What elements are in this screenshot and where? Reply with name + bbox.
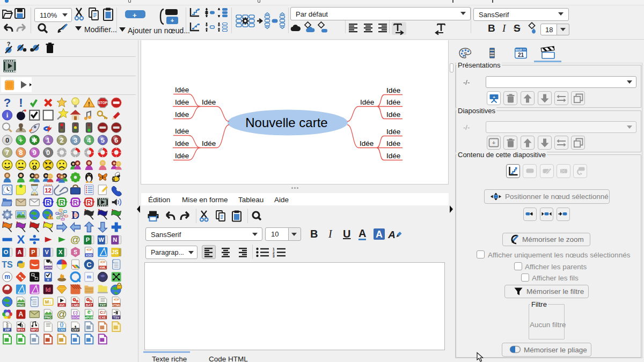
- svg-text:i: i: [6, 111, 9, 119]
- svg-text:R: R: [73, 198, 78, 206]
- svg-text:A: A: [387, 229, 397, 240]
- svg-text:A: A: [19, 311, 24, 318]
- svg-text:+: +: [171, 17, 174, 24]
- svg-text:AVI: AVI: [59, 303, 64, 307]
- svg-text:R: R: [86, 198, 92, 206]
- svg-text:M4A: M4A: [17, 328, 25, 331]
- svg-text:+: +: [492, 139, 495, 146]
- svg-text:JSON: JSON: [71, 315, 80, 319]
- svg-text:PNG: PNG: [17, 303, 25, 307]
- svg-text:V: V: [45, 249, 49, 255]
- svg-text:TS: TS: [2, 260, 13, 269]
- svg-text:?: ?: [7, 41, 11, 47]
- svg-text:BAT: BAT: [86, 303, 92, 307]
- svg-text:21: 21: [518, 52, 524, 58]
- svg-text:?: ?: [4, 96, 11, 109]
- svg-text:PNG: PNG: [45, 315, 52, 319]
- svg-text:CMD: CMD: [71, 303, 79, 307]
- svg-text:W: W: [99, 237, 105, 243]
- svg-text:X: X: [17, 233, 25, 246]
- svg-text:Idée: Idée: [175, 139, 189, 147]
- svg-text:!: !: [49, 215, 51, 219]
- svg-text:3: 3: [273, 254, 275, 258]
- svg-text:N: N: [113, 237, 117, 243]
- svg-text:P: P: [86, 237, 90, 243]
- svg-text:0: 0: [5, 136, 9, 144]
- svg-text:XSD: XSD: [86, 253, 93, 257]
- svg-text:Idée: Idée: [386, 128, 400, 136]
- svg-text:!: !: [19, 96, 23, 109]
- svg-text:O: O: [4, 249, 9, 255]
- svg-text:@: @: [70, 234, 80, 245]
- svg-text:TXT: TXT: [99, 303, 106, 307]
- svg-text:EXE: EXE: [99, 315, 106, 319]
- svg-text:Idée: Idée: [175, 127, 189, 135]
- svg-text:!: !: [88, 101, 90, 107]
- svg-text:0: 0: [46, 149, 50, 157]
- svg-text:MP3: MP3: [31, 328, 38, 331]
- svg-text:+: +: [493, 95, 495, 100]
- svg-text:Idée: Idée: [386, 139, 400, 147]
- svg-text:A: A: [17, 249, 21, 255]
- svg-text:<>: <>: [86, 247, 92, 252]
- svg-text:M↓: M↓: [45, 299, 52, 305]
- svg-text:Idée: Idée: [386, 86, 400, 94]
- svg-text:MAR: MAR: [515, 48, 522, 51]
- svg-text:2: 2: [60, 136, 63, 144]
- svg-text:Idée: Idée: [175, 98, 189, 106]
- svg-text:TSV: TSV: [113, 315, 120, 319]
- svg-text:Idée: Idée: [386, 110, 400, 119]
- svg-text:P: P: [31, 249, 35, 255]
- svg-text:Idée: Idée: [360, 139, 374, 147]
- svg-text:CSS: CSS: [58, 328, 65, 331]
- svg-text:Idée: Idée: [175, 110, 189, 119]
- svg-text:+: +: [19, 136, 23, 144]
- svg-text:✱: ✱: [32, 136, 38, 144]
- svg-text:9: 9: [33, 149, 36, 157]
- svg-text:Idée: Idée: [175, 152, 189, 160]
- svg-text:HTML: HTML: [112, 303, 121, 307]
- svg-text:{:}: {:}: [73, 310, 78, 315]
- svg-text:m: m: [4, 273, 10, 280]
- svg-text:Idée: Idée: [386, 98, 400, 106]
- svg-text:<>: <>: [100, 260, 106, 264]
- svg-text:Idée: Idée: [202, 139, 216, 147]
- svg-text:Idée: Idée: [175, 86, 189, 94]
- svg-text:ePUB: ePUB: [85, 315, 94, 319]
- svg-text:Nouvelle carte: Nouvelle carte: [245, 115, 327, 130]
- svg-text:JS: JS: [111, 249, 118, 255]
- svg-text:STOP: STOP: [98, 101, 108, 105]
- svg-text:R: R: [46, 198, 51, 206]
- svg-text:C:/: C:/: [100, 310, 106, 315]
- svg-text:4: 4: [87, 136, 91, 144]
- svg-text:8: 8: [19, 149, 23, 157]
- svg-text:ZIP: ZIP: [5, 328, 10, 331]
- svg-text:@: @: [56, 308, 67, 320]
- svg-text:Idée: Idée: [386, 152, 400, 160]
- svg-text:C: C: [86, 261, 92, 269]
- svg-text:m: m: [87, 274, 92, 279]
- svg-text:7: 7: [5, 149, 9, 157]
- svg-text:1: 1: [46, 136, 50, 144]
- svg-text:12: 12: [45, 187, 52, 194]
- svg-text:6: 6: [114, 136, 118, 144]
- svg-text:Idée: Idée: [360, 98, 374, 106]
- svg-text:Id: Id: [46, 286, 51, 293]
- svg-text:S: S: [74, 249, 77, 255]
- svg-text:Idée: Idée: [202, 98, 216, 106]
- svg-text:XML: XML: [99, 265, 106, 269]
- svg-text:CSV: CSV: [72, 328, 79, 331]
- svg-text:e: e: [87, 308, 91, 315]
- svg-text:<>: <>: [114, 297, 119, 302]
- svg-text:{}: {}: [60, 322, 64, 327]
- svg-text:R: R: [59, 198, 64, 206]
- svg-text:X: X: [58, 249, 63, 255]
- svg-text:JAVA: JAVA: [44, 265, 53, 269]
- svg-text:3: 3: [74, 136, 77, 144]
- svg-text:5: 5: [101, 136, 105, 144]
